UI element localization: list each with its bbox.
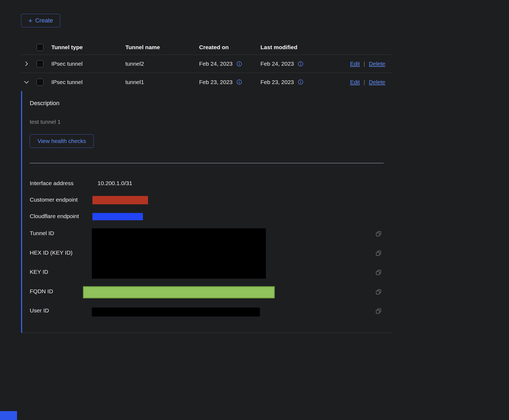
- copy-icon[interactable]: [376, 231, 381, 238]
- fqdn-id-label: FQDN ID: [30, 288, 53, 295]
- plus-icon: +: [28, 17, 32, 24]
- chevron-right-icon[interactable]: [23, 61, 30, 67]
- info-icon[interactable]: [298, 79, 303, 85]
- last-modified-cell: Feb 24, 2023: [260, 61, 294, 67]
- table-row: IPsec tunnel tunnel2 Feb 24, 2023 Feb 24…: [21, 55, 392, 73]
- last-modified-cell: Feb 23, 2023: [260, 79, 294, 85]
- view-health-checks-button[interactable]: View health checks: [30, 134, 94, 148]
- row-checkbox[interactable]: [36, 60, 43, 67]
- actions-separator: |: [364, 79, 365, 85]
- chevron-down-icon[interactable]: [23, 79, 30, 85]
- copy-icon[interactable]: [376, 250, 381, 257]
- tunnel-name-cell: tunnel1: [125, 79, 199, 85]
- table-row-expanded: IPsec tunnel tunnel1 Feb 23, 2023 Feb 23…: [21, 73, 392, 91]
- ids-redaction: [92, 228, 266, 279]
- key-id-label: KEY ID: [30, 269, 48, 275]
- tunnel-id-label: Tunnel ID: [30, 230, 54, 236]
- table-header-row: Tunnel type Tunnel name Created on Last …: [21, 40, 392, 55]
- tunnels-table: Tunnel type Tunnel name Created on Last …: [21, 40, 392, 91]
- interface-address-value: 10.200.1.0/31: [98, 180, 132, 186]
- cloudflare-endpoint-label: Cloudflare endpoint: [30, 213, 79, 219]
- header-tunnel-type: Tunnel type: [51, 44, 125, 51]
- description-label: Description: [30, 100, 59, 107]
- header-created-on: Created on: [199, 44, 260, 51]
- user-id-redaction: [92, 308, 260, 316]
- info-icon[interactable]: [236, 79, 242, 85]
- fqdn-id-redaction: [83, 286, 275, 298]
- customer-endpoint-redaction: [92, 196, 148, 204]
- select-all-checkbox[interactable]: [36, 44, 43, 51]
- create-button-label: Create: [35, 17, 53, 24]
- tunnel-name-cell: tunnel2: [125, 61, 199, 67]
- user-id-label: User ID: [30, 307, 49, 314]
- copy-icon[interactable]: [376, 269, 381, 276]
- cloudflare-endpoint-redaction: [92, 213, 143, 220]
- created-on-cell: Feb 24, 2023: [199, 61, 233, 67]
- copy-icon[interactable]: [376, 308, 381, 315]
- actions-separator: |: [364, 61, 365, 67]
- row-checkbox[interactable]: [36, 79, 43, 86]
- ipsec-tunnels-page: + Create Tunnel type Tunnel name Created…: [0, 0, 509, 420]
- copy-icon[interactable]: [376, 289, 381, 296]
- interface-address-label: Interface address: [30, 180, 73, 186]
- header-last-modified: Last modified: [260, 44, 322, 51]
- created-on-cell: Feb 23, 2023: [199, 79, 233, 85]
- info-icon[interactable]: [298, 61, 303, 67]
- bottom-left-blue-strip: [0, 411, 17, 420]
- delete-link[interactable]: Delete: [369, 79, 385, 85]
- customer-endpoint-label: Customer endpoint: [30, 196, 78, 203]
- tunnel-type-cell: IPsec tunnel: [51, 61, 125, 67]
- section-divider: [30, 163, 384, 163]
- info-icon[interactable]: [236, 61, 242, 67]
- delete-link[interactable]: Delete: [369, 61, 385, 67]
- header-tunnel-name: Tunnel name: [125, 44, 199, 51]
- edit-link[interactable]: Edit: [350, 61, 360, 67]
- tunnel-type-cell: IPsec tunnel: [51, 79, 125, 85]
- create-button[interactable]: + Create: [21, 14, 60, 27]
- edit-link[interactable]: Edit: [350, 79, 360, 85]
- tunnel-details-panel: Description test tunnel 1 View health ch…: [21, 91, 392, 333]
- description-text: test tunnel 1: [30, 119, 61, 125]
- hex-id-label: HEX ID (KEY ID): [30, 249, 72, 256]
